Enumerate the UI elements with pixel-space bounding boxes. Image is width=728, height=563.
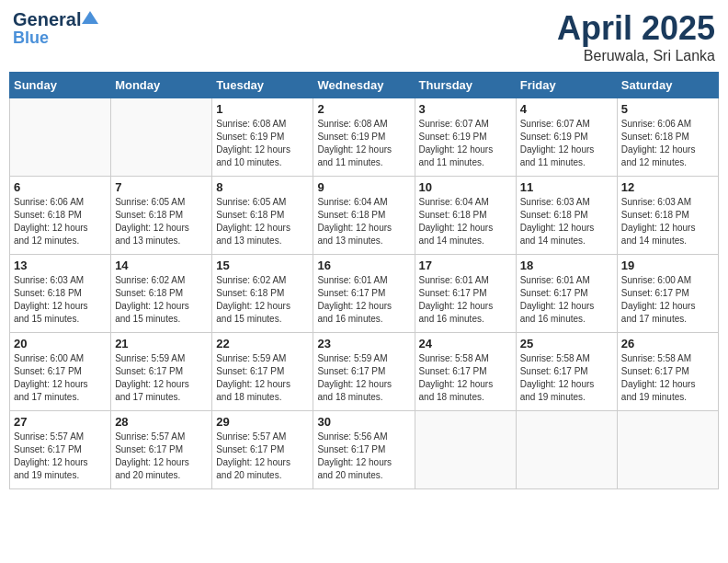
day-info: Sunrise: 6:01 AM Sunset: 6:17 PM Dayligh… [520,274,613,326]
calendar-cell [617,411,718,489]
day-info: Sunrise: 6:03 AM Sunset: 6:18 PM Dayligh… [14,274,107,326]
calendar-cell: 27Sunrise: 5:57 AM Sunset: 6:17 PM Dayli… [10,411,111,489]
day-info: Sunrise: 6:01 AM Sunset: 6:17 PM Dayligh… [419,274,512,326]
day-info: Sunrise: 6:06 AM Sunset: 6:18 PM Dayligh… [14,196,107,247]
calendar-cell: 28Sunrise: 5:57 AM Sunset: 6:17 PM Dayli… [111,411,212,489]
calendar-week-2: 6Sunrise: 6:06 AM Sunset: 6:18 PM Daylig… [10,177,719,255]
day-number: 1 [216,102,309,116]
day-number: 15 [216,259,309,272]
calendar-cell: 29Sunrise: 5:57 AM Sunset: 6:17 PM Dayli… [212,411,313,489]
calendar-cell: 19Sunrise: 6:00 AM Sunset: 6:17 PM Dayli… [617,255,718,333]
day-number: 25 [520,337,613,350]
day-number: 22 [216,337,309,350]
calendar-cell: 18Sunrise: 6:01 AM Sunset: 6:17 PM Dayli… [516,255,617,333]
calendar-subtitle: Beruwala, Sri Lanka [557,48,715,64]
calendar-cell: 14Sunrise: 6:02 AM Sunset: 6:18 PM Dayli… [111,255,212,333]
calendar-cell: 13Sunrise: 6:03 AM Sunset: 6:18 PM Dayli… [10,255,111,333]
day-number: 20 [14,337,107,350]
calendar-cell: 17Sunrise: 6:01 AM Sunset: 6:17 PM Dayli… [415,255,516,333]
svg-marker-0 [82,11,98,24]
day-info: Sunrise: 6:05 AM Sunset: 6:18 PM Dayligh… [115,196,208,247]
calendar-cell: 15Sunrise: 6:02 AM Sunset: 6:18 PM Dayli… [212,255,313,333]
calendar-cell: 23Sunrise: 5:59 AM Sunset: 6:17 PM Dayli… [313,333,415,411]
calendar-week-4: 20Sunrise: 6:00 AM Sunset: 6:17 PM Dayli… [10,333,719,411]
day-info: Sunrise: 5:57 AM Sunset: 6:17 PM Dayligh… [14,431,107,482]
day-info: Sunrise: 6:02 AM Sunset: 6:18 PM Dayligh… [115,274,208,326]
day-number: 29 [216,415,309,429]
day-number: 24 [419,337,512,350]
logo-blue-text: Blue [13,29,49,48]
column-header-sunday: Sunday [10,73,111,98]
day-info: Sunrise: 5:58 AM Sunset: 6:17 PM Dayligh… [419,352,512,404]
day-info: Sunrise: 6:05 AM Sunset: 6:18 PM Dayligh… [216,196,309,247]
day-info: Sunrise: 5:57 AM Sunset: 6:17 PM Dayligh… [216,431,309,482]
day-number: 28 [115,415,208,429]
calendar-cell: 7Sunrise: 6:05 AM Sunset: 6:18 PM Daylig… [111,177,212,255]
calendar-title: April 2025 [557,9,715,48]
day-number: 26 [621,337,714,350]
column-header-wednesday: Wednesday [313,73,415,98]
calendar-week-1: 1Sunrise: 6:08 AM Sunset: 6:19 PM Daylig… [10,98,719,177]
calendar-cell: 22Sunrise: 5:59 AM Sunset: 6:17 PM Dayli… [212,333,313,411]
calendar-cell: 1Sunrise: 6:08 AM Sunset: 6:19 PM Daylig… [212,98,313,177]
calendar-cell: 10Sunrise: 6:04 AM Sunset: 6:18 PM Dayli… [415,177,516,255]
column-header-monday: Monday [111,73,212,98]
day-info: Sunrise: 6:08 AM Sunset: 6:19 PM Dayligh… [216,118,309,169]
day-info: Sunrise: 6:07 AM Sunset: 6:19 PM Dayligh… [419,118,512,169]
day-number: 11 [520,180,613,194]
day-info: Sunrise: 5:59 AM Sunset: 6:17 PM Dayligh… [115,352,208,404]
day-number: 27 [14,415,107,429]
calendar-week-5: 27Sunrise: 5:57 AM Sunset: 6:17 PM Dayli… [10,411,719,489]
day-info: Sunrise: 6:01 AM Sunset: 6:17 PM Dayligh… [317,274,410,326]
calendar-table: SundayMondayTuesdayWednesdayThursdayFrid… [9,72,719,489]
day-info: Sunrise: 6:03 AM Sunset: 6:18 PM Dayligh… [621,196,714,247]
day-info: Sunrise: 6:04 AM Sunset: 6:18 PM Dayligh… [317,196,410,247]
day-number: 30 [317,415,410,429]
day-number: 2 [317,102,410,116]
day-number: 21 [115,337,208,350]
calendar-cell [10,98,111,177]
day-number: 19 [621,259,714,272]
calendar-cell: 3Sunrise: 6:07 AM Sunset: 6:19 PM Daylig… [415,98,516,177]
title-block: April 2025 Beruwala, Sri Lanka [557,9,715,64]
day-info: Sunrise: 6:00 AM Sunset: 6:17 PM Dayligh… [621,274,714,326]
calendar-cell: 30Sunrise: 5:56 AM Sunset: 6:17 PM Dayli… [313,411,415,489]
column-header-thursday: Thursday [415,73,516,98]
day-number: 12 [621,180,714,194]
calendar-cell [415,411,516,489]
calendar-cell: 11Sunrise: 6:03 AM Sunset: 6:18 PM Dayli… [516,177,617,255]
day-info: Sunrise: 6:00 AM Sunset: 6:17 PM Dayligh… [14,352,107,404]
day-number: 5 [621,102,714,116]
day-info: Sunrise: 6:03 AM Sunset: 6:18 PM Dayligh… [520,196,613,247]
day-number: 18 [520,259,613,272]
calendar-cell [111,98,212,177]
column-header-friday: Friday [516,73,617,98]
day-info: Sunrise: 5:58 AM Sunset: 6:17 PM Dayligh… [621,352,714,404]
calendar-cell: 8Sunrise: 6:05 AM Sunset: 6:18 PM Daylig… [212,177,313,255]
day-number: 10 [419,180,512,194]
day-info: Sunrise: 5:56 AM Sunset: 6:17 PM Dayligh… [317,431,410,482]
calendar-cell: 21Sunrise: 5:59 AM Sunset: 6:17 PM Dayli… [111,333,212,411]
day-number: 7 [115,180,208,194]
day-info: Sunrise: 6:04 AM Sunset: 6:18 PM Dayligh… [419,196,512,247]
day-info: Sunrise: 5:59 AM Sunset: 6:17 PM Dayligh… [317,352,410,404]
calendar-cell [516,411,617,489]
calendar-header-row: SundayMondayTuesdayWednesdayThursdayFrid… [10,73,719,98]
day-info: Sunrise: 6:08 AM Sunset: 6:19 PM Dayligh… [317,118,410,169]
calendar-cell: 26Sunrise: 5:58 AM Sunset: 6:17 PM Dayli… [617,333,718,411]
logo-icon [82,9,98,26]
calendar-cell: 16Sunrise: 6:01 AM Sunset: 6:17 PM Dayli… [313,255,415,333]
day-number: 9 [317,180,410,194]
day-number: 23 [317,337,410,350]
page-header: General Blue April 2025 Beruwala, Sri La… [9,9,719,64]
day-info: Sunrise: 5:58 AM Sunset: 6:17 PM Dayligh… [520,352,613,404]
day-info: Sunrise: 6:07 AM Sunset: 6:19 PM Dayligh… [520,118,613,169]
day-info: Sunrise: 6:02 AM Sunset: 6:18 PM Dayligh… [216,274,309,326]
logo-text: General [13,9,81,29]
calendar-cell: 25Sunrise: 5:58 AM Sunset: 6:17 PM Dayli… [516,333,617,411]
day-number: 4 [520,102,613,116]
day-number: 6 [14,180,107,194]
day-number: 13 [14,259,107,272]
day-number: 16 [317,259,410,272]
day-number: 3 [419,102,512,116]
